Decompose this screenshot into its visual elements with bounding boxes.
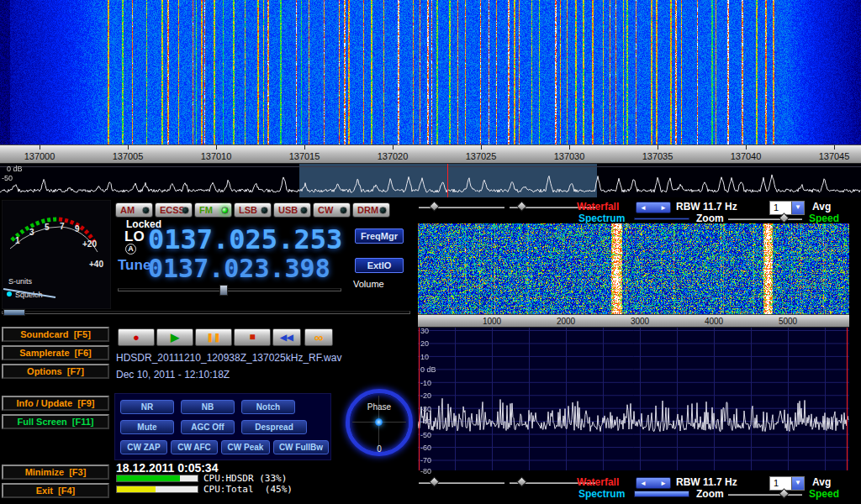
waterfall-tab[interactable]: Waterfall: [577, 201, 619, 213]
spectrum-tab[interactable]: Spectrum: [578, 213, 625, 224]
db-grid-label: 0 dB: [420, 365, 436, 374]
overview-spectrum-display[interactable]: 0 dB -50: [0, 164, 861, 197]
volume-slider[interactable]: [118, 288, 341, 291]
mode-label: USB: [278, 205, 298, 215]
cpu-total-meter: [116, 486, 198, 493]
slider-thumb[interactable]: [429, 476, 440, 487]
slider-thumb[interactable]: [516, 476, 527, 487]
zoom-scrollbar[interactable]: [634, 491, 689, 497]
cw-fullbw-button[interactable]: CW FullBw: [273, 440, 329, 454]
db-grid-label: -20: [420, 391, 431, 400]
af-frequency-scale[interactable]: 1000 2000 3000 4000 5000: [418, 314, 849, 328]
squelch-led-icon[interactable]: [7, 291, 12, 297]
extio-button[interactable]: ExtIO: [355, 258, 404, 273]
slider-thumb[interactable]: [516, 201, 527, 212]
af-waterfall-display[interactable]: [418, 223, 849, 314]
avg-select[interactable]: 1 ▼: [769, 476, 805, 491]
db-axis-label: 0 dB: [7, 165, 23, 173]
exit-button[interactable]: Exit [F4]: [2, 483, 109, 498]
mode-button-cw[interactable]: CW: [313, 202, 351, 218]
s-meter: 1 3 5 7 9 +20 +40 S-units Squelch: [2, 200, 111, 309]
phase-scope: Phase 0: [341, 382, 418, 465]
tune-frequency-display[interactable]: 0137.023.398: [148, 254, 330, 283]
waterfall-brightness-slider[interactable]: [419, 482, 504, 484]
avg-select-value: 1: [774, 202, 779, 213]
zoom-track[interactable]: [634, 218, 689, 220]
minimize-button[interactable]: Minimize [F3]: [2, 465, 109, 480]
loop-button[interactable]: ∞: [304, 328, 333, 346]
combo-arrow-icon[interactable]: ▼: [791, 477, 804, 490]
waterfall-tab[interactable]: Waterfall: [577, 476, 619, 488]
lo-frequency-display[interactable]: 0137.025.253: [148, 223, 342, 255]
mode-button-usb[interactable]: USB: [273, 202, 311, 218]
mode-button-ecss[interactable]: ECSS: [155, 202, 193, 218]
db-grid-label: -30: [420, 405, 431, 413]
main-waterfall-display[interactable]: [0, 0, 861, 144]
avg-select[interactable]: 1 ▼: [769, 201, 805, 215]
tune-offset-slider[interactable]: [2, 311, 410, 314]
options-button[interactable]: Options [F7]: [2, 364, 109, 379]
db-grid-label: 10: [420, 353, 429, 361]
speed-slider[interactable]: [728, 218, 802, 220]
db-grid-label: -70: [420, 456, 431, 465]
tune-offset-thumb[interactable]: [3, 309, 25, 316]
spectrum-tab[interactable]: Spectrum: [578, 488, 625, 500]
af-scale-label: 2000: [557, 317, 575, 326]
freq-scale-label: 137035: [642, 151, 673, 161]
speed-slider[interactable]: [728, 494, 802, 496]
phase-value: 0: [341, 444, 418, 454]
freq-scale-label: 137025: [466, 151, 497, 161]
overview-spectrum-canvas[interactable]: [0, 164, 861, 197]
soundcard-button[interactable]: Soundcard [F5]: [2, 327, 109, 342]
notch-button[interactable]: Notch: [241, 400, 295, 414]
volume-thumb[interactable]: [219, 285, 228, 296]
fullscreen-button[interactable]: Full Screen [F11]: [2, 414, 109, 429]
cw-afc-button[interactable]: CW AFC: [171, 440, 218, 454]
left-arrow-icon[interactable]: ◄: [640, 480, 647, 487]
play-button[interactable]: ▶: [156, 328, 193, 346]
play-icon: ▶: [171, 331, 179, 344]
nb-button[interactable]: NB: [181, 400, 235, 414]
nr-button[interactable]: NR: [120, 400, 174, 414]
mode-button-lsb[interactable]: LSB: [234, 202, 272, 218]
scale-tick: [216, 145, 217, 150]
cw-zap-button[interactable]: CW ZAP: [120, 440, 167, 454]
mode-label: LSB: [239, 205, 257, 215]
samplerate-button[interactable]: Samplerate [F6]: [2, 345, 109, 360]
despread-button[interactable]: Despread: [241, 420, 307, 434]
mute-button[interactable]: Mute: [120, 420, 174, 434]
waterfall-brightness-slider[interactable]: [419, 207, 504, 208]
main-frequency-scale[interactable]: 137000 137005 137010 137015 137020 13702…: [0, 144, 861, 164]
pause-button[interactable]: ❚❚: [195, 328, 232, 346]
avg-label: Avg: [812, 476, 831, 488]
left-arrow-icon[interactable]: ◄: [640, 204, 647, 212]
rewind-button[interactable]: ◀◀: [272, 328, 301, 346]
vfo-a-badge[interactable]: A: [125, 244, 136, 255]
db-grid-label: -10: [420, 379, 431, 387]
mode-button-am[interactable]: AM: [115, 202, 153, 218]
band-shift-scrollbar[interactable]: ◄ ►: [636, 477, 671, 489]
band-shift-scrollbar[interactable]: ◄ ►: [636, 202, 671, 213]
record-button[interactable]: ●: [118, 328, 155, 346]
slider-thumb[interactable]: [429, 201, 440, 212]
right-arrow-icon[interactable]: ►: [660, 204, 667, 212]
db-grid-label: -80: [420, 467, 431, 475]
mode-button-drm[interactable]: DRM: [352, 202, 390, 218]
mode-button-fm[interactable]: FM: [194, 202, 232, 218]
info-update-button[interactable]: Info / Update [F9]: [2, 396, 109, 411]
scale-tick: [304, 145, 305, 150]
combo-arrow-icon[interactable]: ▼: [791, 202, 804, 214]
scale-tick: [481, 145, 482, 150]
db-grid-label: -50: [420, 431, 431, 439]
phase-dot-icon: [375, 418, 383, 426]
s-units-label: S-units: [8, 277, 33, 286]
mode-led-icon: [300, 207, 308, 214]
freqmgr-button[interactable]: FreqMgr: [355, 228, 404, 244]
right-arrow-icon[interactable]: ►: [660, 480, 667, 487]
stop-button[interactable]: ■: [234, 328, 271, 346]
cw-peak-button[interactable]: CW Peak: [221, 440, 270, 454]
agc-button[interactable]: AGC Off: [181, 420, 235, 434]
tune-label: Tune: [118, 257, 151, 274]
pause-icon: ❚❚: [207, 333, 221, 342]
af-spectrum-display[interactable]: [418, 328, 849, 470]
